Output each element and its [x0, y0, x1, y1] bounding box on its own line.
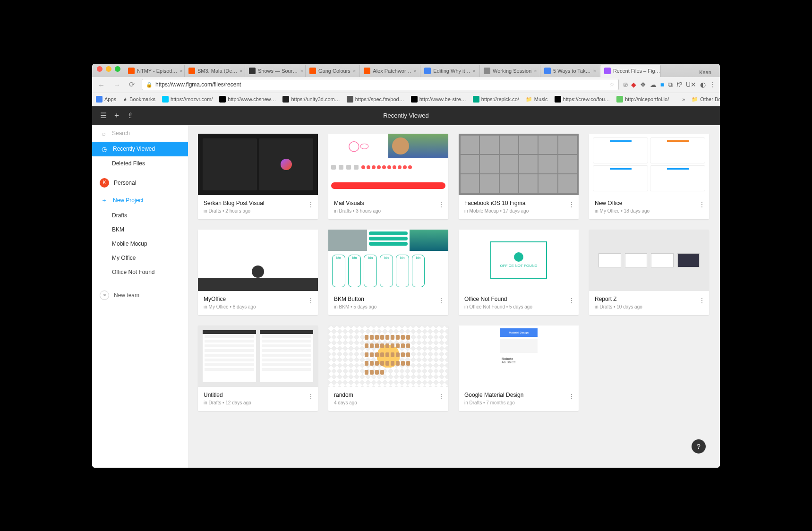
chrome-menu-icon[interactable]: ⋮: [709, 81, 716, 89]
sidebar-item-new-team[interactable]: ⚭ New team: [92, 286, 188, 305]
ext-icon-1[interactable]: ◆: [631, 81, 636, 89]
bookmarks-overflow[interactable]: »: [682, 96, 685, 102]
sidebar-item-project[interactable]: My Office: [92, 251, 188, 265]
reload-button[interactable]: ⟳: [127, 79, 137, 90]
cast-icon[interactable]: ⎚: [624, 81, 627, 89]
figma-app: ☰ ＋ ⇪ Recently Viewed ⌕ Search ◷ Recentl…: [92, 106, 720, 468]
tab-label: SM3. Mala (De…: [197, 68, 237, 74]
ext-icon-8[interactable]: ◐: [700, 81, 706, 89]
file-menu-icon[interactable]: ⋮: [438, 297, 444, 304]
file-menu-icon[interactable]: ⋮: [308, 201, 314, 208]
file-card[interactable]: Serkan Blog Post Visual in Drafts • 2 ho…: [198, 134, 318, 219]
file-menu-icon[interactable]: ⋮: [438, 393, 444, 400]
close-icon[interactable]: ×: [179, 68, 182, 74]
import-icon[interactable]: ⇪: [123, 109, 137, 122]
close-icon[interactable]: ×: [473, 68, 476, 74]
ext-icon-2[interactable]: ❖: [640, 81, 646, 89]
help-button[interactable]: ?: [692, 439, 706, 454]
file-card[interactable]: btnbtnbtnbtnbtnbtn BKM Button in BKM • 5…: [328, 230, 448, 315]
browser-profile[interactable]: Kaan: [694, 68, 716, 77]
close-icon[interactable]: ×: [239, 68, 242, 74]
file-card[interactable]: ◯⬭ Mail Visuals in Drafts • 3 hours ago …: [328, 134, 448, 219]
bookmark-item[interactable]: http://www.cbsnew…: [219, 96, 276, 103]
file-card[interactable]: New Office in My Office • 18 days ago ⋮: [589, 134, 709, 219]
close-icon[interactable]: ×: [300, 68, 303, 74]
file-card[interactable]: Material DesignRobotoAa Bb Cc Google Mat…: [459, 325, 579, 411]
favicon: [484, 68, 490, 74]
bookmark-item[interactable]: ★ Bookmarks: [123, 96, 155, 103]
sidebar-section-personal[interactable]: K Personal: [92, 173, 188, 192]
forward-button[interactable]: →: [111, 80, 122, 90]
close-icon[interactable]: ×: [534, 68, 537, 74]
window-close-button[interactable]: [97, 66, 103, 72]
close-icon[interactable]: ×: [593, 68, 596, 74]
file-menu-icon[interactable]: ⋮: [699, 201, 705, 208]
bookmark-folder[interactable]: 📁 Music: [526, 96, 548, 103]
sidebar-item-new-project[interactable]: ＋ New Project: [92, 192, 188, 208]
file-card[interactable]: random 4 days ago ⋮: [328, 325, 448, 411]
browser-tab[interactable]: Gang Colours×: [306, 65, 360, 77]
file-menu-icon[interactable]: ⋮: [568, 297, 575, 304]
file-menu-icon[interactable]: ⋮: [438, 201, 444, 208]
bookmark-item[interactable]: https://spec.fm/pod…: [347, 96, 404, 103]
file-menu-icon[interactable]: ⋮: [308, 393, 314, 400]
browser-tab[interactable]: SM3. Mala (De…×: [185, 65, 245, 77]
ext-icon-4[interactable]: ■: [660, 81, 664, 89]
file-subtitle: in Office Not Found • 5 days ago: [464, 304, 573, 309]
favicon: [309, 68, 316, 74]
sidebar-item-project[interactable]: Mobile Mocup: [92, 237, 188, 251]
file-title: MyOffice: [204, 296, 312, 302]
ext-icon-5[interactable]: ⧉: [668, 81, 673, 89]
window-minimize-button[interactable]: [106, 66, 111, 72]
team-icon: ⚭: [100, 291, 109, 300]
bookmark-item[interactable]: https://mozvr.com/: [162, 96, 213, 103]
search-input[interactable]: ⌕ Search: [92, 125, 188, 142]
file-menu-icon[interactable]: ⋮: [568, 393, 575, 400]
sidebar-item-deleted-files[interactable]: Deleted Files: [92, 156, 188, 171]
window-maximize-button[interactable]: [115, 66, 120, 72]
close-icon[interactable]: ×: [414, 68, 417, 74]
browser-tab[interactable]: Recent Files – Fig…×: [600, 65, 661, 77]
bookmark-item[interactable]: http://www.be-stre…: [411, 96, 466, 103]
ext-icon-7[interactable]: U✕: [686, 81, 696, 89]
url-input[interactable]: 🔒 https://www.figma.com/files/recent ☆: [142, 79, 619, 90]
file-card[interactable]: MyOffice in My Office • 8 days ago ⋮: [198, 230, 318, 315]
bookmark-item[interactable]: https://unity3d.com…: [282, 96, 340, 103]
file-subtitle: in Drafts • 10 days ago: [595, 304, 703, 309]
browser-tab[interactable]: Editing Why it…×: [420, 65, 480, 77]
bookmark-item[interactable]: https://repick.co/: [473, 96, 519, 103]
file-card[interactable]: Facebook iOS 10 Figma in Mobile Mocup • …: [459, 134, 579, 219]
browser-tab[interactable]: NTMY - Episod…×: [124, 65, 185, 77]
file-menu-icon[interactable]: ⋮: [568, 201, 575, 208]
file-thumbnail: [198, 325, 318, 387]
favicon: [128, 68, 135, 74]
file-card[interactable]: OFFICE NOT FOUND Office Not Found in Off…: [459, 230, 579, 315]
bookmark-item[interactable]: http://niceportfol.io/: [616, 96, 669, 103]
file-card[interactable]: Untitled in Drafts • 12 days ago ⋮: [198, 325, 318, 411]
other-bookmarks[interactable]: 📁 Other Bookmarks: [692, 96, 720, 103]
file-card[interactable]: Report Z in Drafts • 10 days ago ⋮: [589, 230, 709, 315]
close-icon[interactable]: ×: [353, 68, 356, 74]
sidebar-item-project[interactable]: Drafts: [92, 208, 188, 223]
bookmark-item[interactable]: https://crew.co/fou…: [555, 96, 610, 103]
file-menu-icon[interactable]: ⋮: [308, 297, 314, 304]
file-title: Report Z: [595, 296, 703, 302]
back-button[interactable]: ←: [96, 80, 107, 90]
sidebar-item-label: Recently Viewed: [113, 146, 155, 152]
browser-tab[interactable]: Working Session×: [480, 65, 540, 77]
file-menu-icon[interactable]: ⋮: [699, 297, 705, 304]
browser-tab[interactable]: 5 Ways to Tak…×: [540, 65, 600, 77]
sidebar-item-recently-viewed[interactable]: ◷ Recently Viewed: [92, 142, 188, 156]
browser-tab[interactable]: Shows — Sour…×: [245, 65, 306, 77]
new-file-icon[interactable]: ＋: [110, 109, 123, 122]
sidebar-item-project[interactable]: BKM: [92, 223, 188, 237]
favicon: [249, 68, 256, 74]
ext-icon-3[interactable]: ☁: [650, 81, 657, 89]
ext-icon-6[interactable]: f?: [676, 81, 682, 89]
browser-tab[interactable]: Alex Patchwor…×: [360, 65, 420, 77]
menu-icon[interactable]: ☰: [97, 109, 110, 122]
file-subtitle: in Mobile Mocup • 17 days ago: [464, 208, 573, 214]
sidebar-item-project[interactable]: Office Not Found: [92, 265, 188, 279]
apps-button[interactable]: Apps: [96, 96, 116, 103]
star-icon[interactable]: ☆: [609, 81, 615, 88]
